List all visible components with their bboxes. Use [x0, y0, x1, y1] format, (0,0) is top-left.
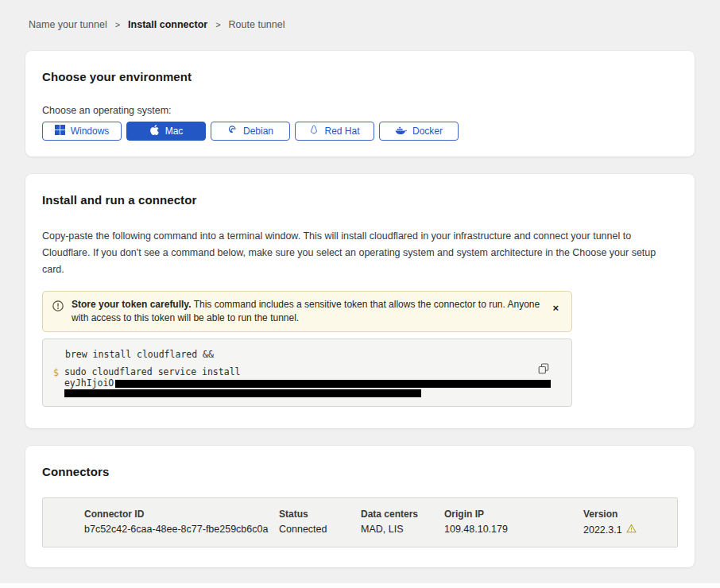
- bottom-strip: [0, 583, 720, 588]
- status-badge: Connected: [279, 524, 361, 535]
- code-line-sudo: sudo cloudflared service install: [64, 367, 551, 377]
- redhat-tux-icon: [309, 125, 319, 137]
- code-line-brew: brew install cloudflared &&: [65, 349, 559, 360]
- alert-close-icon[interactable]: ×: [549, 303, 562, 314]
- column-header: Origin IP: [444, 509, 583, 520]
- connectors-card: Connectors Connector ID b7c52c42-6caa-48…: [25, 446, 695, 567]
- os-select-label: Choose an operating system:: [42, 105, 678, 116]
- shell-prompt: $: [53, 367, 59, 378]
- install-card: Install and run a connector Copy-paste t…: [25, 174, 695, 428]
- column-header: Data centers: [361, 509, 444, 520]
- os-button-label: Debian: [243, 126, 273, 137]
- connectors-table: Connector ID b7c52c42-6caa-48ee-8c77-fbe…: [42, 497, 678, 547]
- environment-card-title: Choose your environment: [42, 70, 678, 83]
- warning-circle-icon: [52, 300, 64, 315]
- os-button-debian[interactable]: Debian: [211, 122, 290, 141]
- version-warning-triangle-icon[interactable]: [626, 524, 637, 536]
- data-centers-value: MAD, LIS: [361, 524, 444, 535]
- breadcrumb: Name your tunnel > Install connector > R…: [25, 0, 695, 30]
- os-button-label: Docker: [412, 126, 443, 137]
- breadcrumb-separator: >: [215, 20, 220, 29]
- apple-logo-icon: [149, 125, 160, 137]
- windows-logo-icon: [55, 125, 65, 137]
- os-button-label: Mac: [165, 126, 184, 137]
- connector-id-value: b7c52c42-6caa-48ee-8c77-fbe259cb6c0a: [84, 524, 279, 535]
- install-command-codeblock[interactable]: brew install cloudflared && $ sudo cloud…: [42, 338, 572, 407]
- os-button-redhat[interactable]: Red Hat: [295, 122, 374, 141]
- column-header: Connector ID: [84, 509, 279, 520]
- breadcrumb-route-tunnel[interactable]: Route tunnel: [229, 19, 285, 30]
- install-description: Copy-paste the following command into a …: [42, 228, 678, 278]
- token-visible-prefix: eyJhIjoiO: [64, 378, 114, 389]
- breadcrumb-name-your-tunnel[interactable]: Name your tunnel: [29, 19, 107, 30]
- os-button-windows[interactable]: Windows: [42, 122, 122, 141]
- table-col-data-centers: Data centers MAD, LIS: [361, 509, 444, 536]
- page: Name your tunnel > Install connector > R…: [0, 0, 720, 588]
- table-col-connector-id: Connector ID b7c52c42-6caa-48ee-8c77-fbe…: [84, 509, 279, 536]
- connectors-card-title: Connectors: [42, 465, 678, 478]
- alert-title: Store your token carefully.: [72, 299, 192, 310]
- os-button-label: Windows: [71, 126, 110, 137]
- column-header: Status: [279, 509, 361, 520]
- table-col-status: Status Connected: [279, 509, 361, 536]
- environment-card: Choose your environment Choose an operat…: [25, 51, 695, 157]
- token-redaction-bar: [115, 380, 551, 388]
- breadcrumb-separator: >: [115, 20, 120, 29]
- token-warning-alert: Store your token carefully. This command…: [42, 291, 572, 332]
- column-header: Version: [583, 509, 677, 520]
- origin-ip-value: 109.48.10.179: [444, 524, 583, 535]
- table-col-version: Version 2022.3.1: [583, 509, 677, 536]
- copy-icon[interactable]: [536, 362, 551, 378]
- table-col-origin-ip: Origin IP 109.48.10.179: [444, 509, 583, 536]
- breadcrumb-install-connector[interactable]: Install connector: [128, 19, 207, 30]
- debian-logo-icon: [227, 125, 238, 137]
- alert-text: Store your token carefully. This command…: [72, 298, 541, 325]
- os-button-group: Windows Mac Debian Red Hat: [42, 122, 678, 141]
- os-button-label: Red Hat: [324, 126, 359, 137]
- docker-whale-icon: [395, 126, 407, 137]
- os-button-mac[interactable]: Mac: [126, 122, 206, 141]
- install-card-title: Install and run a connector: [42, 193, 678, 207]
- token-redaction-bar: [64, 389, 421, 397]
- version-value: 2022.3.1: [583, 524, 622, 536]
- os-button-docker[interactable]: Docker: [379, 122, 459, 141]
